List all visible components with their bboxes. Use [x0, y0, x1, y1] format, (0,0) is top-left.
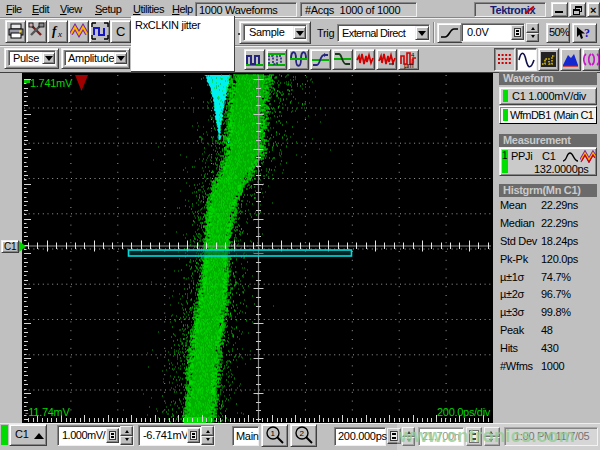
- svg-text:200.0ps/div: 200.0ps/div: [437, 406, 491, 418]
- svg-text:C: C: [116, 24, 125, 39]
- svg-text:?: ?: [584, 26, 590, 40]
- svg-text:1: 1: [271, 429, 276, 438]
- svg-text:x: x: [57, 29, 62, 39]
- svg-text:1.741mV: 1.741mV: [30, 77, 73, 89]
- svg-text:µm: µm: [404, 62, 414, 69]
- svg-text:-11.74mV: -11.74mV: [25, 406, 70, 418]
- svg-text:2: 2: [300, 429, 305, 438]
